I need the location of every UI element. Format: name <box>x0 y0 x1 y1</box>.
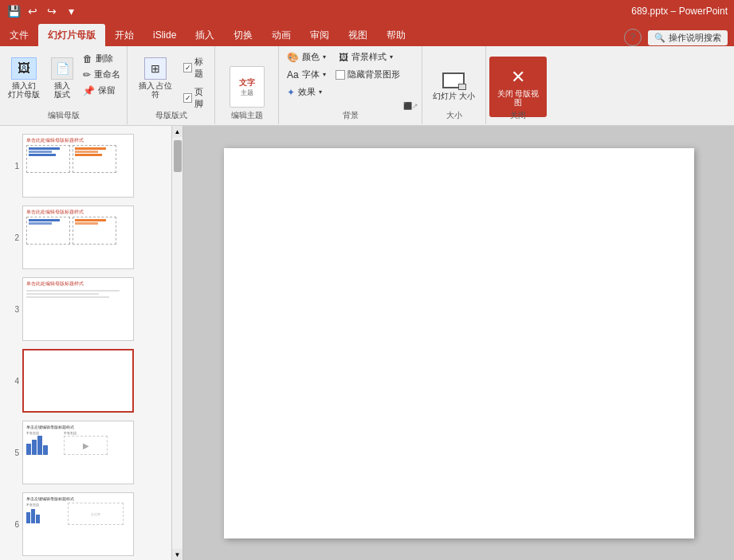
colors-button[interactable]: 🎨 颜色 ▾ <box>284 49 329 65</box>
slide-number-6: 6 <box>5 520 19 529</box>
close-master-icon: ✕ <box>511 67 525 88</box>
insert-layout-label: 插入版式 <box>51 81 73 100</box>
slide-item-4[interactable]: 4 <box>3 347 179 414</box>
slides-panel: 1 单击此处编辑母版标题样式 <box>0 126 183 560</box>
rename-button[interactable]: ✏ 重命名 <box>80 67 124 82</box>
master-actions: 🗑 删除 ✏ 重命名 📌 保留 <box>80 51 124 98</box>
search-icon: 🔍 <box>654 33 665 43</box>
placeholder-icon: ⊞ <box>144 57 167 80</box>
tab-insert[interactable]: 插入 <box>186 24 224 46</box>
tab-review[interactable]: 审阅 <box>300 24 339 46</box>
tab-view[interactable]: 视图 <box>339 24 377 46</box>
fonts-button[interactable]: Aa 字体 ▾ <box>284 67 329 82</box>
preserve-icon: 📌 <box>83 85 95 96</box>
theme-button[interactable]: 文字 主题 <box>230 66 265 108</box>
checkboxes: ✓ 标题 ✓ 页脚 <box>183 49 211 112</box>
slide-size-button[interactable]: 幻灯片 大小 <box>428 57 480 117</box>
slide-item-5[interactable]: 5 单击左键编辑母版标题样式 不在左边 <box>3 419 179 486</box>
group-close: ✕ 关闭 母版视图 关闭 <box>486 46 550 124</box>
title-bar-title: 689.pptx – PowerPoint <box>631 6 728 17</box>
slide-number-1: 1 <box>5 162 19 170</box>
insert-master-icon: 🖼 <box>11 57 37 80</box>
effects-icon: ✦ <box>287 87 295 98</box>
slide-number-4: 4 <box>5 377 19 386</box>
close-master-button[interactable]: ✕ 关闭 母版视图 <box>489 57 547 117</box>
insert-placeholder-button[interactable]: ⊞ 插入 占位符 <box>131 49 180 107</box>
insert-layout-button[interactable]: 📄 插入版式 <box>46 49 78 107</box>
effects-dropdown: ▾ <box>319 88 322 96</box>
theme-label: 主题 <box>241 88 253 97</box>
delete-button[interactable]: 🗑 删除 <box>80 51 124 66</box>
scroll-thumb[interactable] <box>174 140 182 172</box>
fonts-icon: Aa <box>287 69 299 80</box>
effects-button[interactable]: ✦ 效果 ▾ <box>284 84 325 100</box>
slide-thumb-3: 单击此处编辑母版标题样式 <box>22 277 134 341</box>
background-group-label: 背景 <box>279 110 422 121</box>
tab-help[interactable]: 帮助 <box>377 24 415 46</box>
slide-item-1[interactable]: 1 单击此处编辑母版标题样式 <box>3 132 179 199</box>
bg-style-dropdown: ▾ <box>390 53 393 61</box>
slides-list: 1 单击此处编辑母版标题样式 <box>0 126 183 560</box>
scroll-down-arrow[interactable]: ▼ <box>172 549 183 560</box>
scroll-track: ▲ ▼ <box>171 126 183 560</box>
undo-icon[interactable]: ↩ <box>26 4 40 18</box>
colors-dropdown: ▾ <box>323 53 326 61</box>
bg-style-button[interactable]: 🖼 背景样式 ▾ <box>336 49 396 65</box>
insert-master-label: 插入幻 灯片母版 <box>8 81 40 100</box>
hide-bg-checkbox[interactable]: 隐藏背景图形 <box>336 67 400 82</box>
slide-item-2[interactable]: 2 单击此处编辑母版标题样式 <box>3 204 179 271</box>
title-checkbox-box: ✓ <box>183 63 192 72</box>
slide-item-3[interactable]: 3 单击此处编辑母版标题样式 <box>3 276 179 343</box>
master-layout-group-label: 母版版式 <box>128 110 214 121</box>
tab-islide[interactable]: iSlide <box>143 24 186 46</box>
slide-thumb-4 <box>22 349 134 413</box>
tab-slidemaster[interactable]: 幻灯片母版 <box>38 24 105 46</box>
tab-file[interactable]: 文件 <box>0 24 38 46</box>
group-edit-theme: 文字 主题 编辑主题 <box>215 46 279 124</box>
title-bar-left: 💾 ↩ ↪ ▾ <box>6 4 78 18</box>
rename-icon: ✏ <box>83 69 91 80</box>
tab-transition[interactable]: 切换 <box>224 24 262 46</box>
fonts-dropdown: ▾ <box>323 71 326 78</box>
slide-item-6[interactable]: 6 单击左键编辑母版标题样式 不在左边 <box>3 491 179 558</box>
canvas-area <box>183 126 734 560</box>
ribbon-tabs: 文件 幻灯片母版 开始 iSlide 插入 切换 动画 审阅 视图 帮助 ? 🔍… <box>0 22 734 46</box>
search-box[interactable]: 🔍 操作说明搜索 <box>648 30 728 45</box>
customize-icon[interactable]: ▾ <box>64 4 78 18</box>
ribbon: 🖼 插入幻 灯片母版 📄 插入版式 🗑 删除 ✏ 重命名 <box>0 46 734 126</box>
tab-animation[interactable]: 动画 <box>262 24 300 46</box>
slide-thumb-5: 单击左键编辑母版标题样式 不在左边 <box>22 421 134 484</box>
group-background: 🎨 颜色 ▾ 🖼 背景样式 ▾ Aa 字体 ▾ <box>279 46 422 124</box>
colors-icon: 🎨 <box>287 52 299 63</box>
edit-theme-group-label: 编辑主题 <box>215 110 278 121</box>
slide-thumb-2: 单击此处编辑母版标题样式 <box>22 206 134 269</box>
slide-thumb-1: 单击此处编辑母版标题样式 <box>22 134 134 198</box>
delete-icon: 🗑 <box>83 53 92 65</box>
group-edit-master: 🖼 插入幻 灯片母版 📄 插入版式 🗑 删除 ✏ 重命名 <box>0 46 128 124</box>
insert-master-button[interactable]: 🖼 插入幻 灯片母版 <box>3 49 45 107</box>
close-group-label: 关闭 <box>486 110 550 121</box>
slide-number-3: 3 <box>5 305 19 314</box>
background-expand-icon[interactable]: ⬛↗ <box>403 102 418 110</box>
slide-size-icon <box>442 72 465 88</box>
group-master-layout: ⊞ 插入 占位符 ✓ 标题 ✓ 页脚 母版版式 <box>128 46 215 124</box>
slide-thumb-6: 单击左键编辑母版标题样式 不在左边 占 <box>22 492 134 556</box>
help-icon[interactable]: ? <box>624 29 642 46</box>
slide-number-5: 5 <box>5 448 19 457</box>
scroll-up-arrow[interactable]: ▲ <box>172 126 183 137</box>
edit-master-group-label: 编辑母版 <box>0 110 127 121</box>
title-checkbox[interactable]: ✓ 标题 <box>183 54 211 81</box>
background-row2: Aa 字体 ▾ 隐藏背景图形 <box>284 67 417 82</box>
group-size: 幻灯片 大小 大小 <box>422 46 486 124</box>
main-area: 1 单击此处编辑母版标题样式 <box>0 126 734 560</box>
close-master-label: 关闭 母版视图 <box>496 89 540 108</box>
footer-checkbox-box: ✓ <box>183 93 192 103</box>
footer-checkbox[interactable]: ✓ 页脚 <box>183 84 211 112</box>
redo-icon[interactable]: ↪ <box>45 4 59 18</box>
tab-home[interactable]: 开始 <box>105 24 143 46</box>
save-icon[interactable]: 💾 <box>6 4 21 18</box>
hide-bg-checkbox-box <box>336 70 345 80</box>
preserve-button[interactable]: 📌 保留 <box>80 83 124 98</box>
slide-number-2: 2 <box>5 233 19 242</box>
background-row3: ✦ 效果 ▾ <box>284 84 417 100</box>
